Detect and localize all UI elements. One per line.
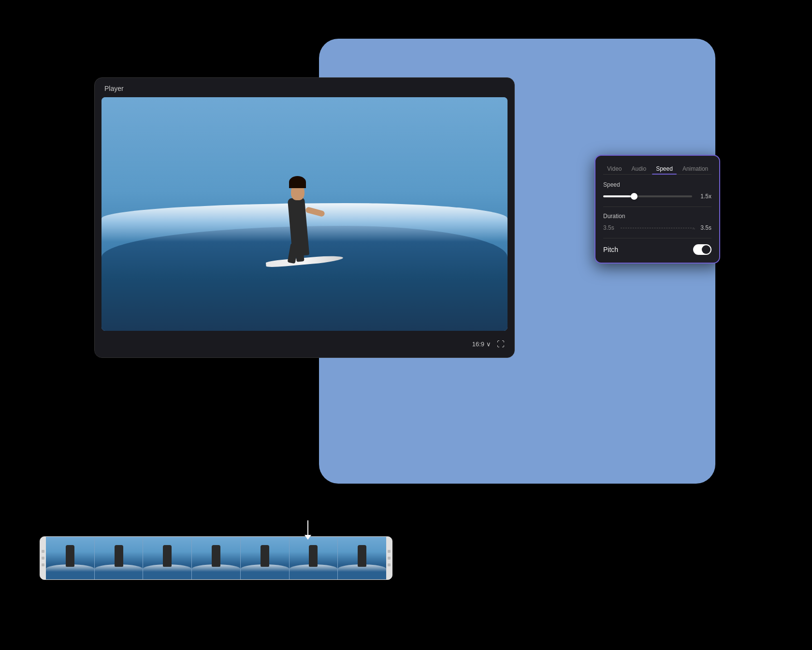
film-surfer-mini [309, 545, 318, 567]
duration-line: → [621, 228, 694, 228]
arrow-right-icon: → [691, 226, 696, 231]
film-surfer-mini [115, 545, 123, 567]
film-wave-mini [192, 564, 240, 579]
divider-2 [603, 238, 711, 238]
tab-audio-label: Audio [631, 165, 646, 172]
playhead-line [307, 520, 308, 535]
film-hole [42, 557, 44, 560]
filmstrip-edge-left [40, 537, 46, 579]
film-surfer-mini [261, 545, 269, 567]
chevron-down-icon: ∨ [486, 340, 491, 348]
film-frame [290, 537, 338, 579]
video-area [102, 97, 508, 331]
film-frame-inner [95, 537, 143, 579]
player-panel: Player [94, 77, 515, 358]
aspect-ratio-label: 16:9 [472, 340, 484, 348]
film-hole [388, 557, 391, 560]
fullscreen-button[interactable]: ⛶ [497, 340, 505, 349]
pitch-toggle[interactable] [693, 244, 711, 255]
film-frame-inner [241, 537, 289, 579]
film-frame [95, 537, 144, 579]
film-frame [192, 537, 241, 579]
filmstrip-frames [46, 537, 386, 579]
aspect-ratio-button[interactable]: 16:9 ∨ [472, 340, 491, 348]
playhead-tip [304, 535, 311, 540]
tab-animation-label: Animation [682, 165, 708, 172]
playhead-arrow [304, 520, 311, 540]
film-surfer-mini [163, 545, 172, 567]
film-hole [42, 550, 44, 553]
film-hole [42, 563, 44, 566]
bottom-bar: 16:9 ∨ ⛶ [95, 331, 514, 357]
surfer-scene [102, 97, 508, 331]
film-hole [388, 563, 391, 566]
surfer-figure [280, 159, 319, 256]
duration-end-value: 3.5s [698, 224, 711, 231]
film-frame-inner [143, 537, 191, 579]
film-wave-mini [95, 564, 143, 579]
film-frame [46, 537, 95, 579]
divider-1 [603, 207, 711, 207]
tab-animation[interactable]: Animation [679, 163, 712, 174]
properties-panel: Video Audio Speed Animation Speed 1.5x D… [594, 155, 720, 264]
film-frame-inner [46, 537, 94, 579]
speed-slider-row: 1.5x [603, 193, 711, 200]
speed-slider-thumb[interactable] [631, 193, 638, 200]
film-frame [338, 537, 386, 579]
film-hole [388, 550, 391, 553]
speed-section-label: Speed [603, 181, 711, 188]
filmstrip-container [40, 536, 392, 580]
film-wave-mini [338, 564, 386, 579]
fullscreen-icon: ⛶ [497, 340, 505, 348]
film-surfer-mini [358, 545, 366, 567]
film-wave-mini [46, 564, 94, 579]
tab-bar: Video Audio Speed Animation [603, 163, 711, 175]
tab-speed[interactable]: Speed [652, 163, 677, 174]
speed-value: 1.5x [696, 193, 711, 200]
film-wave-mini [290, 564, 338, 579]
tab-video[interactable]: Video [603, 163, 625, 174]
filmstrip-edge-right [386, 537, 392, 579]
pitch-row: Pitch [603, 244, 711, 255]
toggle-knob [702, 245, 710, 254]
duration-row: 3.5s → 3.5s [603, 224, 711, 231]
speed-slider-track[interactable] [603, 195, 692, 197]
film-surfer-mini [66, 545, 74, 567]
player-title: Player [104, 85, 124, 92]
film-wave-mini [143, 564, 191, 579]
film-frame-inner [338, 537, 386, 579]
film-frame [143, 537, 192, 579]
film-frame-inner [192, 537, 240, 579]
speed-slider-fill [603, 195, 634, 197]
duration-start-value: 3.5s [603, 224, 617, 231]
film-frame [241, 537, 290, 579]
scene: Player [0, 0, 812, 650]
tab-speed-label: Speed [656, 165, 673, 172]
surfer-hair [289, 176, 306, 188]
duration-section-label: Duration [603, 213, 711, 220]
tab-audio[interactable]: Audio [627, 163, 650, 174]
film-surfer-mini [212, 545, 220, 567]
tab-video-label: Video [607, 165, 622, 172]
pitch-label: Pitch [603, 246, 618, 253]
film-wave-mini [241, 564, 289, 579]
film-frame-inner [290, 537, 338, 579]
